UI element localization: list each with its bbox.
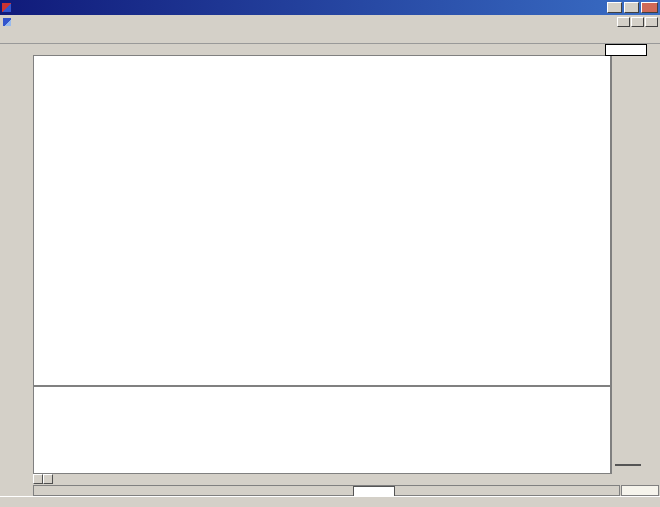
tab-scroll-left[interactable] bbox=[33, 474, 43, 484]
tab-scroll-right[interactable] bbox=[43, 474, 53, 484]
study-tab-bar bbox=[33, 474, 611, 485]
main-toolbar bbox=[0, 28, 660, 44]
oscillator-axis bbox=[611, 386, 643, 474]
chart-document-icon bbox=[3, 18, 11, 26]
quote-ohlc bbox=[229, 44, 253, 53]
app-icon bbox=[2, 3, 11, 12]
price-current-box bbox=[605, 44, 647, 56]
mdi-minimize-button[interactable] bbox=[617, 17, 630, 27]
maximize-button[interactable] bbox=[624, 2, 639, 13]
mdi-controls bbox=[616, 17, 658, 27]
quote-bar bbox=[33, 43, 660, 55]
mdi-restore-button[interactable] bbox=[631, 17, 644, 27]
close-button[interactable] bbox=[641, 2, 658, 13]
advanced-get-window bbox=[0, 0, 660, 507]
title-bar bbox=[0, 0, 660, 15]
minimize-button[interactable] bbox=[607, 2, 622, 13]
time-axis bbox=[33, 485, 620, 496]
mdi-close-button[interactable] bbox=[645, 17, 658, 27]
price-chart-svg bbox=[34, 56, 610, 385]
oscillator-panel[interactable] bbox=[33, 386, 611, 474]
status-bar bbox=[0, 496, 660, 507]
chart-id-badge bbox=[621, 485, 659, 496]
price-axis bbox=[611, 55, 643, 386]
oscillator-svg bbox=[34, 387, 610, 473]
menu-bar bbox=[0, 15, 660, 29]
oscillator-current-box bbox=[615, 464, 641, 466]
price-chart-panel[interactable] bbox=[33, 55, 611, 386]
